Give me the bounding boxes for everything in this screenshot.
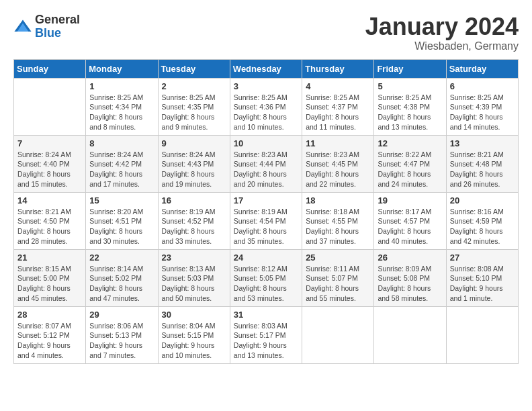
day-number: 8 xyxy=(89,138,154,148)
day-detail: Sunrise: 8:19 AM Sunset: 4:52 PM Dayligh… xyxy=(162,207,226,246)
calendar-cell: 4Sunrise: 8:25 AM Sunset: 4:37 PM Daylig… xyxy=(302,78,374,135)
calendar-cell: 26Sunrise: 8:09 AM Sunset: 5:08 PM Dayli… xyxy=(374,249,446,306)
day-number: 3 xyxy=(234,81,298,91)
day-detail: Sunrise: 8:16 AM Sunset: 4:59 PM Dayligh… xyxy=(450,207,515,246)
day-number: 25 xyxy=(306,253,370,263)
calendar-cell: 7Sunrise: 8:24 AM Sunset: 4:40 PM Daylig… xyxy=(14,135,86,192)
calendar-header-monday: Monday xyxy=(86,59,158,78)
calendar-cell: 31Sunrise: 8:03 AM Sunset: 5:17 PM Dayli… xyxy=(230,306,302,363)
day-detail: Sunrise: 8:11 AM Sunset: 5:07 PM Dayligh… xyxy=(306,264,370,304)
day-detail: Sunrise: 8:25 AM Sunset: 4:36 PM Dayligh… xyxy=(234,93,298,132)
page-header: General Blue January 2024 Wiesbaden, Ger… xyxy=(13,13,519,52)
day-detail: Sunrise: 8:23 AM Sunset: 4:44 PM Dayligh… xyxy=(234,150,298,189)
day-number: 24 xyxy=(234,253,298,263)
day-detail: Sunrise: 8:24 AM Sunset: 4:42 PM Dayligh… xyxy=(89,150,154,189)
day-detail: Sunrise: 8:15 AM Sunset: 5:00 PM Dayligh… xyxy=(17,264,82,304)
day-detail: Sunrise: 8:23 AM Sunset: 4:45 PM Dayligh… xyxy=(306,150,370,189)
location: Wiesbaden, Germany xyxy=(365,40,519,52)
logo-text: General Blue xyxy=(35,13,80,40)
day-number: 14 xyxy=(17,195,82,205)
day-number: 23 xyxy=(162,253,226,263)
calendar-cell: 22Sunrise: 8:14 AM Sunset: 5:02 PM Dayli… xyxy=(86,249,158,306)
day-detail: Sunrise: 8:17 AM Sunset: 4:57 PM Dayligh… xyxy=(378,207,442,246)
day-detail: Sunrise: 8:12 AM Sunset: 5:05 PM Dayligh… xyxy=(234,264,298,304)
logo: General Blue xyxy=(13,13,80,40)
calendar-header-tuesday: Tuesday xyxy=(158,59,230,78)
day-number: 12 xyxy=(378,138,442,148)
day-number: 26 xyxy=(378,253,442,263)
calendar-cell: 5Sunrise: 8:25 AM Sunset: 4:38 PM Daylig… xyxy=(374,78,446,135)
day-detail: Sunrise: 8:09 AM Sunset: 5:08 PM Dayligh… xyxy=(378,264,442,304)
day-detail: Sunrise: 8:04 AM Sunset: 5:15 PM Dayligh… xyxy=(162,321,226,361)
day-detail: Sunrise: 8:25 AM Sunset: 4:39 PM Dayligh… xyxy=(450,93,515,132)
day-number: 6 xyxy=(450,81,515,91)
day-detail: Sunrise: 8:14 AM Sunset: 5:02 PM Dayligh… xyxy=(89,264,154,304)
day-number: 13 xyxy=(450,138,515,148)
calendar-week-row: 28Sunrise: 8:07 AM Sunset: 5:12 PM Dayli… xyxy=(14,306,519,363)
calendar-cell xyxy=(374,306,446,363)
day-number: 17 xyxy=(234,195,298,205)
day-detail: Sunrise: 8:18 AM Sunset: 4:55 PM Dayligh… xyxy=(306,207,370,246)
day-detail: Sunrise: 8:25 AM Sunset: 4:34 PM Dayligh… xyxy=(89,93,154,132)
calendar-cell: 14Sunrise: 8:21 AM Sunset: 4:50 PM Dayli… xyxy=(14,192,86,249)
calendar-cell: 13Sunrise: 8:21 AM Sunset: 4:48 PM Dayli… xyxy=(446,135,518,192)
calendar-cell: 11Sunrise: 8:23 AM Sunset: 4:45 PM Dayli… xyxy=(302,135,374,192)
calendar-cell xyxy=(14,78,86,135)
logo-blue: Blue xyxy=(35,27,80,40)
day-detail: Sunrise: 8:24 AM Sunset: 4:40 PM Dayligh… xyxy=(17,150,82,189)
calendar-cell: 6Sunrise: 8:25 AM Sunset: 4:39 PM Daylig… xyxy=(446,78,518,135)
day-number: 22 xyxy=(89,253,154,263)
calendar-week-row: 14Sunrise: 8:21 AM Sunset: 4:50 PM Dayli… xyxy=(14,192,519,249)
calendar-cell: 27Sunrise: 8:08 AM Sunset: 5:10 PM Dayli… xyxy=(446,249,518,306)
day-detail: Sunrise: 8:07 AM Sunset: 5:12 PM Dayligh… xyxy=(17,321,82,361)
calendar-cell: 28Sunrise: 8:07 AM Sunset: 5:12 PM Dayli… xyxy=(14,306,86,363)
calendar-cell: 21Sunrise: 8:15 AM Sunset: 5:00 PM Dayli… xyxy=(14,249,86,306)
calendar-table: SundayMondayTuesdayWednesdayThursdayFrid… xyxy=(13,59,519,364)
calendar-header-row: SundayMondayTuesdayWednesdayThursdayFrid… xyxy=(14,59,519,78)
day-number: 21 xyxy=(17,253,82,263)
calendar-header-thursday: Thursday xyxy=(302,59,374,78)
calendar-cell: 29Sunrise: 8:06 AM Sunset: 5:13 PM Dayli… xyxy=(86,306,158,363)
calendar-header-saturday: Saturday xyxy=(446,59,518,78)
calendar-cell: 9Sunrise: 8:24 AM Sunset: 4:43 PM Daylig… xyxy=(158,135,230,192)
calendar-header-wednesday: Wednesday xyxy=(230,59,302,78)
day-detail: Sunrise: 8:25 AM Sunset: 4:37 PM Dayligh… xyxy=(306,93,370,132)
logo-general: General xyxy=(35,13,80,27)
day-number: 20 xyxy=(450,195,515,205)
calendar-week-row: 7Sunrise: 8:24 AM Sunset: 4:40 PM Daylig… xyxy=(14,135,519,192)
day-detail: Sunrise: 8:19 AM Sunset: 4:54 PM Dayligh… xyxy=(234,207,298,246)
day-number: 1 xyxy=(89,81,154,91)
day-number: 11 xyxy=(306,138,370,148)
logo-icon xyxy=(13,17,32,36)
calendar-cell: 23Sunrise: 8:13 AM Sunset: 5:03 PM Dayli… xyxy=(158,249,230,306)
day-detail: Sunrise: 8:13 AM Sunset: 5:03 PM Dayligh… xyxy=(162,264,226,304)
calendar-cell: 25Sunrise: 8:11 AM Sunset: 5:07 PM Dayli… xyxy=(302,249,374,306)
day-detail: Sunrise: 8:03 AM Sunset: 5:17 PM Dayligh… xyxy=(234,321,298,361)
calendar-header-friday: Friday xyxy=(374,59,446,78)
day-number: 5 xyxy=(378,81,442,91)
calendar-cell xyxy=(302,306,374,363)
day-detail: Sunrise: 8:21 AM Sunset: 4:50 PM Dayligh… xyxy=(17,207,82,246)
day-detail: Sunrise: 8:25 AM Sunset: 4:38 PM Dayligh… xyxy=(378,93,442,132)
day-detail: Sunrise: 8:24 AM Sunset: 4:43 PM Dayligh… xyxy=(162,150,226,189)
calendar-cell: 15Sunrise: 8:20 AM Sunset: 4:51 PM Dayli… xyxy=(86,192,158,249)
calendar-cell: 16Sunrise: 8:19 AM Sunset: 4:52 PM Dayli… xyxy=(158,192,230,249)
day-number: 16 xyxy=(162,195,226,205)
calendar-cell: 3Sunrise: 8:25 AM Sunset: 4:36 PM Daylig… xyxy=(230,78,302,135)
calendar-cell: 1Sunrise: 8:25 AM Sunset: 4:34 PM Daylig… xyxy=(86,78,158,135)
calendar-header-sunday: Sunday xyxy=(14,59,86,78)
calendar-cell: 19Sunrise: 8:17 AM Sunset: 4:57 PM Dayli… xyxy=(374,192,446,249)
day-number: 7 xyxy=(17,138,82,148)
day-number: 30 xyxy=(162,310,226,320)
day-number: 29 xyxy=(89,310,154,320)
calendar-week-row: 21Sunrise: 8:15 AM Sunset: 5:00 PM Dayli… xyxy=(14,249,519,306)
calendar-cell: 8Sunrise: 8:24 AM Sunset: 4:42 PM Daylig… xyxy=(86,135,158,192)
day-detail: Sunrise: 8:21 AM Sunset: 4:48 PM Dayligh… xyxy=(450,150,515,189)
day-number: 10 xyxy=(234,138,298,148)
day-detail: Sunrise: 8:08 AM Sunset: 5:10 PM Dayligh… xyxy=(450,264,515,304)
calendar-cell: 20Sunrise: 8:16 AM Sunset: 4:59 PM Dayli… xyxy=(446,192,518,249)
day-number: 4 xyxy=(306,81,370,91)
calendar-cell: 30Sunrise: 8:04 AM Sunset: 5:15 PM Dayli… xyxy=(158,306,230,363)
day-number: 2 xyxy=(162,81,226,91)
calendar-cell: 18Sunrise: 8:18 AM Sunset: 4:55 PM Dayli… xyxy=(302,192,374,249)
